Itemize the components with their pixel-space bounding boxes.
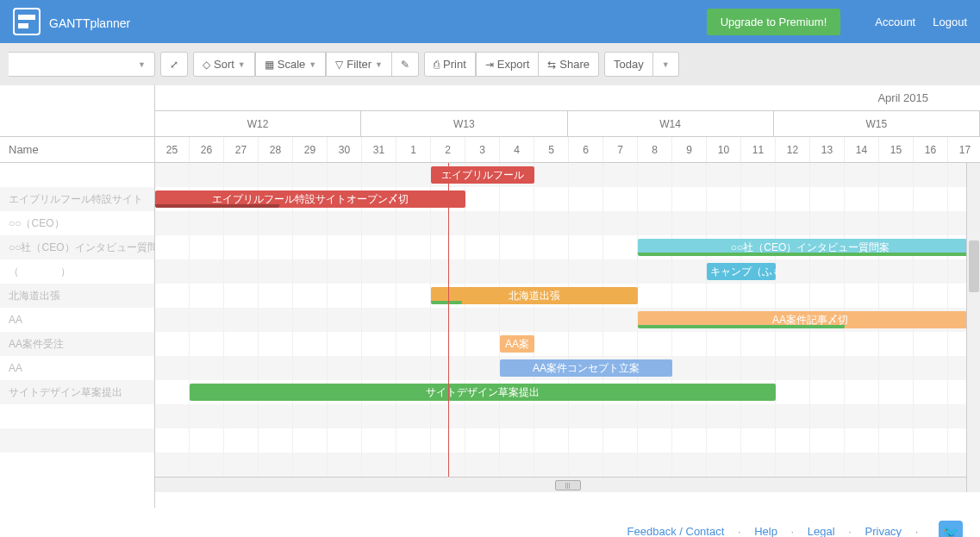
account-link[interactable]: Account xyxy=(875,16,915,28)
footer: Feedback / Contact · Help · Legal · Priv… xyxy=(0,508,980,537)
gantt-row: エイプリルフール xyxy=(155,163,980,187)
day-header-cell: 14 xyxy=(845,137,879,162)
day-header-cell: 26 xyxy=(190,137,224,162)
task-name-cell[interactable]: ○○（CEO） xyxy=(0,211,154,235)
gantt-row xyxy=(155,428,980,453)
hscroll-thumb[interactable]: ||| xyxy=(555,480,581,490)
day-header-cell: 27 xyxy=(224,137,259,162)
app-header: GANTTplanner Upgrade to Premium! Account… xyxy=(0,0,980,43)
days-header: 252627282930311234567891011121314151617 xyxy=(155,137,980,163)
gantt-row: エイプリルフール特設サイトオープン〆切 xyxy=(155,187,980,211)
gantt-left-panel: Name エイプリルフール特設サイト○○（CEO）○○社（CEO）インタビュー質… xyxy=(0,85,155,508)
task-name-cell[interactable]: （ ） xyxy=(0,259,154,284)
day-header-cell: 6 xyxy=(569,137,603,162)
filter-button[interactable]: ▽Filter▼ xyxy=(326,52,392,77)
day-header-cell: 1 xyxy=(396,137,431,162)
task-bar[interactable]: AA案 xyxy=(500,335,534,353)
day-header-cell: 29 xyxy=(293,137,328,162)
name-column-header: Name xyxy=(0,137,154,163)
gantt-row xyxy=(155,211,980,235)
day-header-cell: 28 xyxy=(259,137,293,162)
logo-text: GANTTplanner xyxy=(49,12,130,32)
gantt-row: 北海道出張 xyxy=(155,284,980,308)
logout-link[interactable]: Logout xyxy=(933,16,967,28)
export-button[interactable]: ⇥Export xyxy=(476,52,540,77)
gantt-chart: Name エイプリルフール特設サイト○○（CEO）○○社（CEO）インタビュー質… xyxy=(0,85,980,508)
feedback-link[interactable]: Feedback / Contact xyxy=(627,525,725,537)
sort-button[interactable]: ◇Sort▼ xyxy=(193,52,255,77)
day-header-cell: 5 xyxy=(534,137,569,162)
today-button[interactable]: Today xyxy=(604,52,653,77)
day-header-cell: 4 xyxy=(500,137,534,162)
upgrade-button[interactable]: Upgrade to Premium! xyxy=(707,9,841,35)
logo-main: GANTT xyxy=(49,16,90,30)
task-name-cell[interactable] xyxy=(0,428,154,453)
task-name-cell[interactable]: AA xyxy=(0,356,154,380)
gantt-timeline[interactable]: April 2015 W12W13W14W15 2526272829303112… xyxy=(155,85,980,508)
help-link[interactable]: Help xyxy=(754,525,777,537)
gantt-row: AA案件コンセプト立案 xyxy=(155,356,980,380)
logo-icon xyxy=(13,8,41,35)
logo-sub: planner xyxy=(90,16,130,30)
day-header-cell: 15 xyxy=(879,137,914,162)
task-bar[interactable]: サイトデザイン草案提出 xyxy=(190,384,776,401)
gantt-row xyxy=(155,404,980,428)
day-header-cell: 9 xyxy=(672,137,707,162)
task-bar[interactable]: AA案件記事〆切 xyxy=(638,311,980,328)
privacy-link[interactable]: Privacy xyxy=(865,525,902,537)
weeks-header: W12W13W14W15 xyxy=(155,111,980,137)
day-header-cell: 31 xyxy=(362,137,396,162)
task-name-cell[interactable] xyxy=(0,453,154,477)
legal-link[interactable]: Legal xyxy=(808,525,835,537)
task-bar[interactable]: キャンプ（ふも xyxy=(707,263,776,280)
month-header: April 2015 xyxy=(155,85,980,111)
settings-button[interactable]: ✎ xyxy=(392,52,419,77)
share-button[interactable]: ⇆Share xyxy=(539,52,599,77)
today-line xyxy=(448,163,449,477)
task-bar[interactable]: 北海道出張 xyxy=(431,287,638,304)
gantt-row: AA案件記事〆切 xyxy=(155,308,980,332)
day-header-cell: 17 xyxy=(948,137,980,162)
day-header-cell: 7 xyxy=(603,137,638,162)
day-header-cell: 25 xyxy=(155,137,190,162)
project-select[interactable]: ▼ xyxy=(9,52,155,77)
gantt-row: キャンプ（ふも xyxy=(155,259,980,284)
week-header-cell: W14 xyxy=(568,111,774,136)
task-bar[interactable]: AA案件コンセプト立案 xyxy=(500,359,672,377)
gantt-row: ○○社（CEO）インタビュー質問案 xyxy=(155,235,980,259)
print-button[interactable]: ⎙Print xyxy=(424,52,476,77)
day-header-cell: 12 xyxy=(776,137,810,162)
today-dropdown[interactable]: ▼ xyxy=(653,52,679,77)
gantt-row: AA案 xyxy=(155,332,980,356)
week-header-cell: W13 xyxy=(361,111,567,136)
task-bar[interactable]: エイプリルフール特設サイトオープン〆切 xyxy=(155,190,465,208)
day-header-cell: 8 xyxy=(638,137,672,162)
twitter-icon[interactable]: 🐦 xyxy=(939,521,963,537)
task-name-cell[interactable]: ○○社（CEO）インタビュー質問 xyxy=(0,235,154,259)
task-name-cell[interactable] xyxy=(0,404,154,428)
day-header-cell: 10 xyxy=(707,137,741,162)
toolbar: ▼ ⤢ ◇Sort▼ ▦Scale▼ ▽Filter▼ ✎ ⎙Print ⇥Ex… xyxy=(0,43,980,85)
task-name-cell[interactable]: AA xyxy=(0,308,154,332)
expand-button[interactable]: ⤢ xyxy=(160,52,188,77)
task-name-cell[interactable]: サイトデザイン草案提出 xyxy=(0,380,154,404)
scale-button[interactable]: ▦Scale▼ xyxy=(255,52,326,77)
task-bar[interactable]: ○○社（CEO）インタビュー質問案 xyxy=(638,239,980,256)
day-header-cell: 2 xyxy=(431,137,465,162)
week-header-cell: W12 xyxy=(155,111,361,136)
task-name-cell[interactable] xyxy=(0,163,154,187)
day-header-cell: 16 xyxy=(914,137,948,162)
task-name-cell[interactable]: エイプリルフール特設サイト xyxy=(0,187,154,211)
task-name-cell[interactable]: 北海道出張 xyxy=(0,284,154,308)
day-header-cell: 30 xyxy=(328,137,362,162)
vscroll-thumb[interactable] xyxy=(969,240,979,292)
day-header-cell: 11 xyxy=(741,137,776,162)
task-name-cell[interactable]: AA案件受注 xyxy=(0,332,154,356)
day-header-cell: 3 xyxy=(465,137,500,162)
horizontal-scrollbar[interactable]: ||| xyxy=(155,477,980,492)
gantt-row: サイトデザイン草案提出 xyxy=(155,380,980,404)
vertical-scrollbar[interactable] xyxy=(966,163,980,492)
week-header-cell: W15 xyxy=(774,111,980,136)
day-header-cell: 13 xyxy=(810,137,845,162)
task-bar[interactable]: エイプリルフール xyxy=(431,166,534,184)
